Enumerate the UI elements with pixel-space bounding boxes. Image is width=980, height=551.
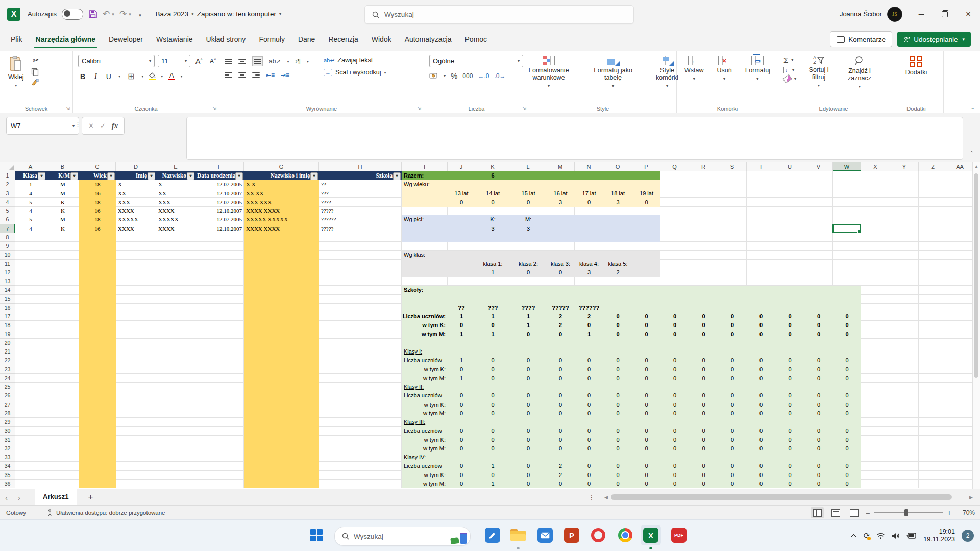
row-header-7[interactable]: 7 [0, 224, 15, 233]
cell-R18[interactable]: 0 [689, 321, 718, 330]
cell-N34[interactable]: 0 [575, 462, 603, 470]
cell-A4[interactable]: 5 [15, 198, 46, 207]
column-header-Q[interactable]: Q [660, 162, 689, 171]
cell-K16[interactable]: ??? [475, 304, 510, 312]
cell-I36[interactable]: w tym M: [402, 480, 448, 488]
conditional-formatting-button[interactable]: Formatowanie warunkowe ▾ [518, 55, 580, 91]
cell-C7[interactable]: 16 [79, 224, 116, 233]
share-button[interactable]: Udostępnianie ▾ [897, 32, 971, 47]
column-header-H[interactable]: H [319, 162, 402, 171]
fill-icon[interactable]: ↓ [783, 67, 789, 73]
cell-J24[interactable]: 1 [448, 374, 475, 383]
clear-icon[interactable] [782, 74, 792, 84]
filter-icon[interactable]: ▾ [310, 172, 318, 180]
cell-F6[interactable]: 12.07.2005 [195, 215, 244, 224]
cell-S19[interactable]: 0 [718, 330, 747, 339]
cell-Q24[interactable]: 0 [660, 374, 689, 383]
cell-R34[interactable]: 0 [689, 462, 718, 470]
cell-M35[interactable]: 2 [546, 471, 575, 480]
cell-V17[interactable]: 0 [804, 312, 833, 321]
cell-L16[interactable]: ???? [510, 304, 546, 312]
cell-Q35[interactable]: 0 [660, 471, 689, 480]
cell-L17[interactable]: 1 [510, 312, 546, 321]
cell-N30[interactable]: 0 [575, 427, 603, 435]
column-header-C[interactable]: C [79, 162, 116, 171]
row-header-5[interactable]: 5 [0, 207, 15, 215]
cell-Q23[interactable]: 0 [660, 365, 689, 374]
cell-Q28[interactable]: 0 [660, 409, 689, 418]
cell-O11[interactable]: klasa 5: [603, 260, 632, 268]
column-header-O[interactable]: O [603, 162, 632, 171]
taskbar-opera-icon[interactable] [588, 525, 608, 545]
cell-C4[interactable]: 18 [79, 198, 116, 207]
cell-D4[interactable]: XXX [116, 198, 156, 207]
filter-icon[interactable]: ▾ [107, 172, 115, 180]
cell-I19[interactable]: w tym M: [402, 330, 448, 339]
cell-L12[interactable]: 0 [510, 268, 546, 277]
tab-narzedzia-glowne[interactable]: Narzędzia główne [29, 28, 102, 51]
cell-O17[interactable]: 0 [603, 312, 632, 321]
zoom-slider[interactable]: − + [866, 509, 951, 517]
cell-M16[interactable]: ????? [546, 304, 575, 312]
new-sheet-icon[interactable]: + [88, 492, 93, 503]
cell-L27[interactable]: 0 [510, 400, 546, 409]
cell-E7[interactable]: XXXX [156, 224, 195, 233]
cell-Q36[interactable]: 0 [660, 480, 689, 488]
row-header-36[interactable]: 36 [0, 480, 15, 488]
formula-bar-splitter[interactable]: ⋮ [75, 120, 81, 128]
cell-W18[interactable]: 0 [833, 321, 861, 330]
cell-W24[interactable]: 0 [833, 374, 861, 383]
cell-K31[interactable]: 0 [475, 436, 510, 444]
cell-O28[interactable]: 0 [603, 409, 632, 418]
cell-I29[interactable]: Klasy III: [402, 418, 448, 427]
cell-T31[interactable]: 0 [747, 436, 775, 444]
tab-recenzja[interactable]: Recenzja [322, 28, 364, 51]
row-header-2[interactable]: 2 [0, 180, 15, 189]
cell-L19[interactable]: 0 [510, 330, 546, 339]
row-header-20[interactable]: 20 [0, 339, 15, 347]
column-header-R[interactable]: R [689, 162, 718, 171]
fill-color-button[interactable] [149, 72, 156, 80]
cell-S26[interactable]: 0 [718, 391, 747, 400]
name-box[interactable]: W7 ▾ [6, 117, 79, 135]
cell-Q32[interactable]: 0 [660, 444, 689, 453]
cell-D7[interactable]: XXXX [116, 224, 156, 233]
taskbar-excel-icon[interactable]: X [641, 525, 661, 545]
row-header-13[interactable]: 13 [0, 277, 15, 286]
cell-S35[interactable]: 0 [718, 471, 747, 480]
cell-M11[interactable]: klasa 3: [546, 260, 575, 268]
battery-icon[interactable] [906, 533, 917, 539]
cell-L6[interactable]: M: [510, 215, 546, 224]
cell-T30[interactable]: 0 [747, 427, 775, 435]
close-button[interactable]: × [957, 0, 980, 28]
cell-J18[interactable]: 0 [448, 321, 475, 330]
cell-L30[interactable]: 0 [510, 427, 546, 435]
cell-W19[interactable]: 0 [833, 330, 861, 339]
alignment-dialog-launcher-icon[interactable]: ⇲ [417, 106, 421, 111]
cell-Q31[interactable]: 0 [660, 436, 689, 444]
cell-K36[interactable]: 1 [475, 480, 510, 488]
increase-decimal-icon[interactable]: ←.0 [478, 72, 489, 80]
cell-M26[interactable]: 0 [546, 391, 575, 400]
cell-I30[interactable]: Liczba uczniów [402, 427, 448, 435]
cell-P17[interactable]: 0 [632, 312, 660, 321]
horizontal-scrollbar[interactable]: ◀ ▶ [602, 493, 975, 501]
cell-U22[interactable]: 0 [775, 356, 804, 365]
column-header-AA[interactable]: AA [947, 162, 973, 171]
cell-J22[interactable]: 1 [448, 356, 475, 365]
row-header-17[interactable]: 17 [0, 312, 15, 321]
row-header-16[interactable]: 16 [0, 304, 15, 312]
cell-I14[interactable]: Szkoły: [402, 286, 448, 294]
cell-U28[interactable]: 0 [775, 409, 804, 418]
cell-C5[interactable]: 16 [79, 207, 116, 215]
cell-Q19[interactable]: 0 [660, 330, 689, 339]
cell-P23[interactable]: 0 [632, 365, 660, 374]
user-name[interactable]: Joanna Ścibor [840, 10, 882, 18]
cell-N35[interactable]: 0 [575, 471, 603, 480]
cell-N12[interactable]: 3 [575, 268, 603, 277]
cell-I24[interactable]: w tym M: [402, 374, 448, 383]
save-icon[interactable] [88, 10, 97, 19]
cut-icon[interactable]: ✂ [31, 56, 41, 65]
row-header-35[interactable]: 35 [0, 471, 15, 480]
cell-W35[interactable]: 0 [833, 471, 861, 480]
